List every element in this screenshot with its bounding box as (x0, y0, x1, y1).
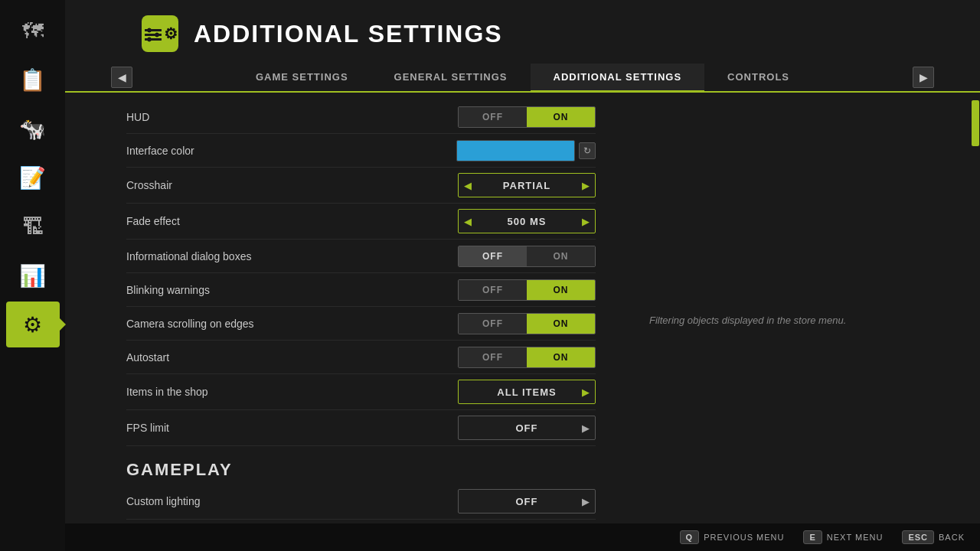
header: ⚙ ADDITIONAL SETTINGS (65, 0, 980, 64)
tasks-icon: 📋 (19, 67, 46, 93)
autostart-toggle[interactable]: OFF ON (458, 347, 596, 368)
build-icon: 🏗 (22, 214, 44, 240)
camera-scrolling-label: Camera scrolling on edges (126, 318, 254, 330)
items-in-shop-row: Items in the shop ALL ITEMS ▶ (126, 374, 596, 410)
camera-scrolling-toggle[interactable]: OFF ON (458, 313, 596, 334)
animals-icon: 🐄 (19, 116, 46, 142)
notes-icon: 📝 (19, 165, 46, 191)
tabs: GAME SETTINGS GENERAL SETTINGS ADDITIONA… (132, 64, 913, 91)
main-content: ⚙ ADDITIONAL SETTINGS ◀ GAME SETTINGS GE… (65, 0, 980, 551)
camera-scrolling-control: OFF ON (450, 313, 596, 334)
items-in-shop-control: ALL ITEMS ▶ (450, 380, 596, 404)
interface-color-reset[interactable]: ↻ (579, 142, 596, 159)
dialog-boxes-row: Informational dialog boxes OFF ON (126, 240, 596, 273)
interface-color-label: Interface color (126, 145, 194, 157)
camera-scrolling-off-btn[interactable]: OFF (459, 314, 527, 334)
blinking-warnings-toggle[interactable]: OFF ON (458, 279, 596, 301)
fade-effect-next[interactable]: ▶ (577, 210, 595, 233)
sidebar-item-tasks[interactable]: 📋 (6, 57, 60, 103)
sidebar: 🗺 📋 🐄 📝 🏗 📊 ⚙ (0, 0, 65, 551)
fps-limit-label: FPS limit (126, 422, 169, 434)
blinking-warnings-control: OFF ON (450, 279, 596, 301)
dialog-boxes-control: OFF ON (450, 246, 596, 267)
hud-row: HUD OFF ON (126, 100, 596, 134)
crosshair-label: Crosshair (126, 179, 172, 191)
tab-game-settings[interactable]: GAME SETTINGS (233, 64, 371, 93)
hud-off-btn[interactable]: OFF (459, 107, 527, 127)
fade-effect-control: ◀ 500 MS ▶ (450, 209, 596, 233)
blinking-warnings-on-btn[interactable]: ON (527, 280, 595, 300)
e-key-badge: E (803, 530, 822, 544)
autostart-on-btn[interactable]: ON (527, 347, 595, 367)
tab-general-settings[interactable]: GENERAL SETTINGS (371, 64, 531, 93)
camera-scrolling-row: Camera scrolling on edges OFF ON (126, 307, 596, 341)
crosshair-value: PARTIAL (477, 180, 577, 191)
hud-on-btn[interactable]: ON (527, 107, 595, 127)
interface-color-row: Interface color ↻ (126, 134, 596, 168)
fade-effect-value: 500 MS (477, 216, 577, 227)
tabs-container: ◀ GAME SETTINGS GENERAL SETTINGS ADDITIO… (65, 64, 980, 93)
bottom-bar: Q PREVIOUS MENU E NEXT MENU ESC BACK (0, 523, 980, 551)
e-key-group: E NEXT MENU (803, 530, 883, 544)
fps-limit-next[interactable]: ▶ (577, 416, 595, 439)
sidebar-item-map[interactable]: 🗺 (6, 8, 60, 54)
crosshair-prev[interactable]: ◀ (459, 174, 477, 197)
fps-limit-prev[interactable] (459, 416, 477, 439)
sidebar-item-animals[interactable]: 🐄 (6, 106, 60, 152)
fade-effect-prev[interactable]: ◀ (459, 210, 477, 233)
dialog-boxes-off-btn[interactable]: OFF (459, 246, 527, 266)
blinking-warnings-off-btn[interactable]: OFF (459, 280, 527, 300)
page-title: ADDITIONAL SETTINGS (194, 20, 503, 48)
fade-effect-select[interactable]: ◀ 500 MS ▶ (458, 209, 596, 233)
dialog-boxes-on-btn[interactable]: ON (527, 246, 595, 266)
custom-lighting-next[interactable]: ▶ (577, 490, 595, 513)
custom-lighting-row: Custom lighting OFF ▶ (126, 484, 596, 520)
scrollbar-track[interactable] (971, 93, 980, 551)
autostart-row: Autostart OFF ON (126, 341, 596, 374)
autostart-off-btn[interactable]: OFF (459, 347, 527, 367)
custom-lighting-label: Custom lighting (126, 495, 201, 507)
custom-lighting-prev[interactable] (459, 490, 477, 513)
esc-key-badge: ESC (902, 530, 934, 544)
hud-label: HUD (126, 111, 149, 123)
autostart-control: OFF ON (450, 347, 596, 368)
items-in-shop-select[interactable]: ALL ITEMS ▶ (458, 380, 596, 404)
interface-color-bar[interactable] (456, 140, 575, 161)
fps-limit-control: OFF ▶ (450, 416, 596, 440)
sidebar-item-stats[interactable]: 📊 (6, 253, 60, 298)
dialog-boxes-label: Informational dialog boxes (126, 250, 251, 262)
hud-control: OFF ON (450, 106, 596, 128)
crosshair-next[interactable]: ▶ (577, 174, 595, 197)
info-panel: Filtering objects displayed in the store… (626, 93, 971, 551)
sidebar-item-notes[interactable]: 📝 (6, 155, 60, 201)
fps-limit-select[interactable]: OFF ▶ (458, 416, 596, 440)
gameplay-section-header: GAMEPLAY (126, 446, 596, 484)
custom-lighting-value: OFF (477, 496, 577, 507)
q-key-label: PREVIOUS MENU (704, 533, 784, 542)
tab-additional-settings[interactable]: ADDITIONAL SETTINGS (531, 64, 705, 93)
esc-key-group: ESC BACK (902, 530, 965, 544)
map-icon: 🗺 (22, 18, 44, 44)
crosshair-row: Crosshair ◀ PARTIAL ▶ (126, 168, 596, 204)
header-icon: ⚙ (142, 15, 178, 52)
items-in-shop-label: Items in the shop (126, 386, 208, 398)
blinking-warnings-row: Blinking warnings OFF ON (126, 273, 596, 307)
settings-panel: HUD OFF ON Interface color ↻ Crosshai (65, 93, 626, 551)
tab-prev-arrow[interactable]: ◀ (111, 67, 132, 88)
crosshair-select[interactable]: ◀ PARTIAL ▶ (458, 173, 596, 197)
tab-controls[interactable]: CONTROLS (704, 64, 812, 93)
camera-scrolling-on-btn[interactable]: ON (527, 314, 595, 334)
sidebar-item-settings[interactable]: ⚙ (6, 302, 60, 347)
custom-lighting-select[interactable]: OFF ▶ (458, 489, 596, 514)
items-in-shop-next[interactable]: ▶ (577, 380, 595, 403)
dialog-boxes-toggle[interactable]: OFF ON (458, 246, 596, 267)
autostart-label: Autostart (126, 351, 169, 364)
e-key-label: NEXT MENU (827, 533, 884, 542)
hud-toggle[interactable]: OFF ON (458, 106, 596, 128)
tab-next-arrow[interactable]: ▶ (913, 67, 934, 88)
esc-key-label: BACK (939, 533, 965, 542)
sidebar-item-build[interactable]: 🏗 (6, 204, 60, 249)
fps-limit-value: OFF (477, 422, 577, 434)
scrollbar-thumb[interactable] (972, 100, 979, 146)
items-in-shop-prev[interactable] (459, 380, 477, 403)
